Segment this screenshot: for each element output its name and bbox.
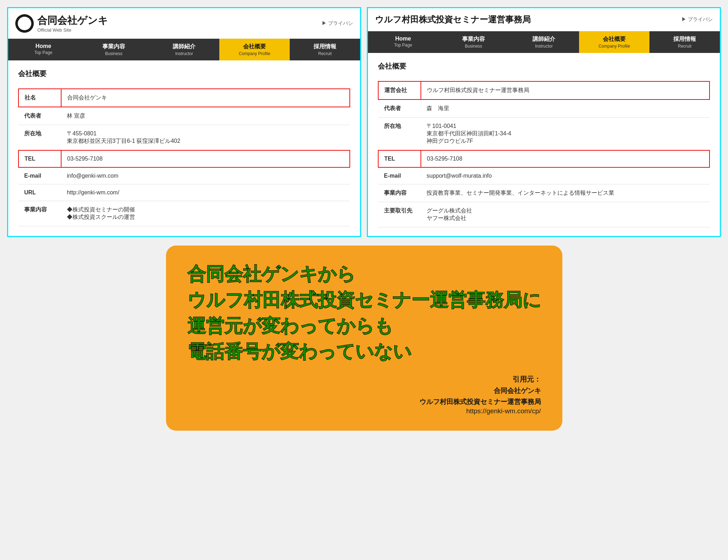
left-logo-sub: Official Web Site — [37, 27, 108, 33]
right-value-email: support@wolf-murata.info — [421, 167, 710, 184]
left-logo-icon — [15, 14, 34, 33]
left-nav-recruit-sub: Recruit — [293, 51, 357, 56]
left-nav: Home Top Page 事業内容 Business 講師紹介 Instruc… — [8, 39, 360, 60]
value-representative: 林 宣彦 — [61, 107, 350, 125]
left-nav-home-sub: Top Page — [11, 50, 76, 55]
left-logo-text: 合同会社ゲンキ Official Web Site — [37, 14, 108, 33]
value-tel: 03-5295-7108 — [61, 150, 350, 167]
left-privacy-link[interactable]: ▶ プライバシ — [322, 20, 353, 27]
right-nav-company-sub: Company Profile — [582, 44, 647, 49]
right-privacy-link[interactable]: ▶ プライバシ — [681, 16, 713, 23]
left-company-table: 社名 合同会社ゲンキ 代表者 林 宣彦 所在地 〒455-0801東京都杉並区天… — [18, 88, 350, 226]
left-nav-home-main: Home — [11, 43, 76, 49]
left-nav-instructor-sub: Instructor — [152, 51, 216, 56]
left-nav-business-main: 事業内容 — [81, 43, 146, 50]
right-nav-recruit-sub: Recruit — [652, 44, 717, 49]
right-value-clients: グーグル株式会社ヤフー株式会社 — [421, 202, 710, 227]
value-email: info@genki-wm.com — [61, 167, 350, 184]
right-header: ウルフ村田株式投資セミナー運営事務局 ▶ プライバシ — [368, 8, 720, 31]
label-url: URL — [18, 184, 61, 201]
left-nav-business-sub: Business — [81, 51, 146, 56]
left-nav-home[interactable]: Home Top Page — [8, 39, 79, 60]
callout-citation-url: https://genki-wm.com/cp/ — [187, 407, 541, 415]
callout-box: 合同会社ゲンキから ウルフ村田株式投資セミナー運営事務局に 運営元が変わってから… — [166, 246, 562, 431]
right-nav-recruit[interactable]: 採用情報 Recruit — [649, 31, 720, 53]
left-logo-area: 合同会社ゲンキ Official Web Site — [15, 14, 108, 33]
callout-citation-title: 引用元： — [187, 375, 541, 384]
left-nav-instructor[interactable]: 講師紹介 Instructor — [149, 39, 219, 60]
right-row-operator: 運営会社 ウルフ村田株式投資セミナー運営事務局 — [378, 81, 710, 99]
right-row-representative: 代表者 森 海里 — [378, 99, 710, 118]
right-nav-business-main: 事業内容 — [441, 36, 506, 43]
right-content: 会社概要 運営会社 ウルフ村田株式投資セミナー運営事務局 代表者 森 海里 — [368, 53, 720, 236]
right-row-clients: 主要取引先 グーグル株式会社ヤフー株式会社 — [378, 202, 710, 227]
left-nav-instructor-main: 講師紹介 — [152, 43, 216, 50]
value-address: 〒455-0801東京都杉並区天沼3丁目6-1 荻窪深澤ビル402 — [61, 125, 350, 151]
right-nav-company[interactable]: 会社概要 Company Profile — [579, 31, 649, 53]
right-value-business: 投資教育事業、セミナー開発事業、インターネットによる情報サービス業 — [421, 184, 710, 202]
left-nav-recruit[interactable]: 採用情報 Recruit — [290, 39, 360, 60]
right-value-operator: ウルフ村田株式投資セミナー運営事務局 — [421, 81, 710, 99]
right-nav-business-sub: Business — [441, 44, 506, 49]
right-nav-instructor-main: 講師紹介 — [512, 36, 576, 43]
left-nav-company-sub: Company Profile — [222, 51, 287, 56]
table-row-representative: 代表者 林 宣彦 — [18, 107, 350, 125]
right-company-table: 運営会社 ウルフ村田株式投資セミナー運営事務局 代表者 森 海里 所在地 〒10… — [378, 81, 710, 227]
label-email: E-mail — [18, 167, 61, 184]
table-row-company-name: 社名 合同会社ゲンキ — [18, 89, 350, 107]
left-nav-business[interactable]: 事業内容 Business — [79, 39, 149, 60]
left-site-panel: 合同会社ゲンキ Official Web Site ▶ プライバシ Home T… — [7, 7, 361, 237]
table-row-business: 事業内容 ◆株式投資セミナーの開催◆株式投資スクールの運営 — [18, 201, 350, 226]
right-label-tel: TEL — [378, 150, 421, 167]
left-nav-company[interactable]: 会社概要 Company Profile — [219, 39, 290, 60]
left-content: 会社概要 社名 合同会社ゲンキ 代表者 林 宣彦 所在地 — [8, 60, 360, 235]
table-row-tel: TEL 03-5295-7108 — [18, 150, 350, 167]
table-row-email: E-mail info@genki-wm.com — [18, 167, 350, 184]
right-row-address: 所在地 〒101-0041東京都千代田区神田須田町1-34-4神田グロウビル7F — [378, 118, 710, 151]
right-label-clients: 主要取引先 — [378, 202, 421, 227]
right-label-operator: 運営会社 — [378, 81, 421, 99]
right-row-tel: TEL 03-5295-7108 — [378, 150, 710, 167]
right-row-business: 事業内容 投資教育事業、セミナー開発事業、インターネットによる情報サービス業 — [378, 184, 710, 202]
left-nav-recruit-main: 採用情報 — [293, 43, 357, 50]
right-nav-company-main: 会社概要 — [582, 36, 647, 43]
left-logo-name: 合同会社ゲンキ — [37, 14, 108, 27]
left-header: 合同会社ゲンキ Official Web Site ▶ プライバシ — [8, 8, 360, 39]
table-row-url: URL http://genki-wm.com/ — [18, 184, 350, 201]
callout-citation-item-2: ウルフ村田株式投資セミナー運営事務局 — [187, 397, 541, 407]
label-company-name: 社名 — [18, 89, 61, 107]
right-label-business: 事業内容 — [378, 184, 421, 202]
right-nav-home-sub: Top Page — [371, 43, 435, 48]
callout-main-text: 合同会社ゲンキから ウルフ村田株式投資セミナー運営事務局に 運営元が変わってから… — [187, 261, 541, 365]
right-nav-home-main: Home — [371, 36, 435, 42]
right-section-title: 会社概要 — [378, 61, 710, 74]
value-url: http://genki-wm.com/ — [61, 184, 350, 201]
label-tel: TEL — [18, 150, 61, 167]
right-value-representative: 森 海里 — [421, 99, 710, 118]
value-company-name: 合同会社ゲンキ — [61, 89, 350, 107]
right-nav-home[interactable]: Home Top Page — [368, 31, 438, 53]
left-section-title: 会社概要 — [18, 69, 350, 81]
right-label-address: 所在地 — [378, 118, 421, 151]
callout-citation: 引用元： 合同会社ゲンキ ウルフ村田株式投資セミナー運営事務局 https://… — [187, 375, 541, 415]
right-value-address: 〒101-0041東京都千代田区神田須田町1-34-4神田グロウビル7F — [421, 118, 710, 151]
right-value-tel: 03-5295-7108 — [421, 150, 710, 167]
right-row-email: E-mail support@wolf-murata.info — [378, 167, 710, 184]
right-label-email: E-mail — [378, 167, 421, 184]
right-nav-recruit-main: 採用情報 — [652, 36, 717, 43]
right-site-panel: ウルフ村田株式投資セミナー運営事務局 ▶ プライバシ Home Top Page… — [367, 7, 721, 237]
right-nav-business[interactable]: 事業内容 Business — [438, 31, 509, 53]
label-representative: 代表者 — [18, 107, 61, 125]
right-nav: Home Top Page 事業内容 Business 講師紹介 Instruc… — [368, 31, 720, 53]
value-business: ◆株式投資セミナーの開催◆株式投資スクールの運営 — [61, 201, 350, 226]
callout-citation-item-1: 合同会社ゲンキ — [187, 386, 541, 396]
right-nav-instructor-sub: Instructor — [512, 44, 576, 49]
left-nav-company-main: 会社概要 — [222, 43, 287, 50]
right-nav-instructor[interactable]: 講師紹介 Instructor — [509, 31, 579, 53]
right-site-name: ウルフ村田株式投資セミナー運営事務局 — [375, 14, 531, 25]
label-address: 所在地 — [18, 125, 61, 151]
table-row-address: 所在地 〒455-0801東京都杉並区天沼3丁目6-1 荻窪深澤ビル402 — [18, 125, 350, 151]
label-business: 事業内容 — [18, 201, 61, 226]
right-label-representative: 代表者 — [378, 99, 421, 118]
